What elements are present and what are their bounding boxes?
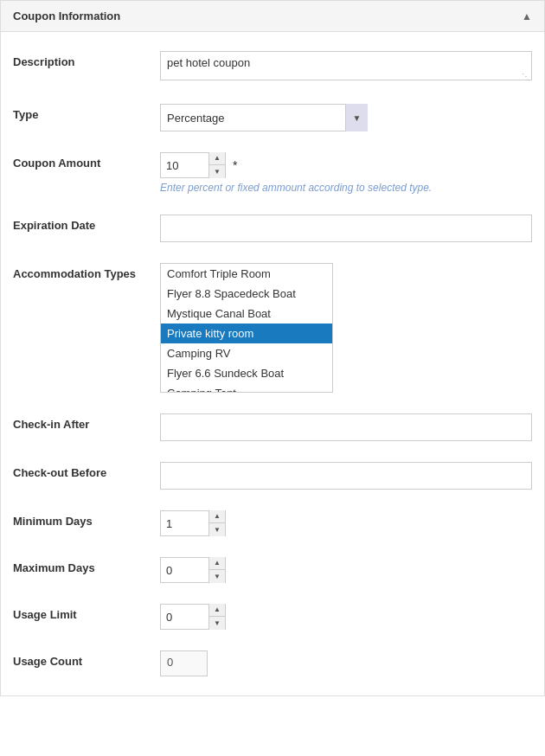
maximum-days-control: ▲ ▼ [160,557,532,583]
accommodation-types-control: Comfort Triple Room Flyer 8.8 Spacedeck … [160,263,532,393]
minimum-days-down-button[interactable]: ▼ [209,523,225,536]
checkin-after-input[interactable] [160,413,532,441]
description-control: pet hotel coupon ⋱ [160,51,532,83]
usage-limit-row: Usage Limit ▲ ▼ [1,593,544,640]
coupon-amount-label: Coupon Amount [13,152,160,170]
required-star: * [233,158,237,172]
coupon-amount-row: Coupon Amount ▲ ▼ * Enter percent or fix… [1,142,544,204]
description-row: Description pet hotel coupon ⋱ [1,41,544,93]
usage-limit-up-button[interactable]: ▲ [209,604,225,617]
maximum-days-spinner: ▲ ▼ [160,557,226,583]
panel-body: Description pet hotel coupon ⋱ Type Perc… [1,32,544,695]
coupon-amount-down-button[interactable]: ▼ [209,165,225,178]
panel-header: Coupon Information ▲ [1,1,544,32]
minimum-days-row: Minimum Days ▲ ▼ [1,500,544,547]
listbox-item[interactable]: Flyer 8.8 Spacedeck Boat [161,284,332,304]
checkout-before-label: Check-out Before [13,462,160,479]
maximum-days-input[interactable] [161,558,208,582]
maximum-days-up-button[interactable]: ▲ [209,557,225,570]
expiration-date-row: Expiration Date [1,204,544,253]
coupon-amount-control: ▲ ▼ * Enter percent or fixed ammount acc… [160,152,532,194]
maximum-days-row: Maximum Days ▲ ▼ [1,547,544,593]
listbox-item[interactable]: Camping Tent [161,383,332,393]
type-row: Type Percentage Fixed [1,93,544,142]
description-input[interactable]: pet hotel coupon [160,51,532,80]
coupon-amount-buttons: ▲ ▼ [208,152,225,178]
coupon-amount-input[interactable] [161,153,208,177]
checkin-after-label: Check-in After [13,413,160,431]
usage-count-row: Usage Count 0 [1,640,544,687]
expiration-date-input[interactable] [160,215,532,242]
usage-limit-label: Usage Limit [13,604,160,621]
accommodation-types-listbox[interactable]: Comfort Triple Room Flyer 8.8 Spacedeck … [160,263,333,393]
maximum-days-label: Maximum Days [13,557,160,574]
coupon-information-panel: Coupon Information ▲ Description pet hot… [0,0,545,696]
minimum-days-up-button[interactable]: ▲ [209,510,225,523]
minimum-days-buttons: ▲ ▼ [208,510,225,536]
resize-handle-icon: ⋱ [522,73,530,81]
listbox-item[interactable]: Comfort Triple Room [161,264,332,284]
listbox-item[interactable]: Flyer 6.6 Sundeck Boat [161,363,332,383]
checkin-after-row: Check-in After [1,403,544,452]
expiration-date-label: Expiration Date [13,215,160,232]
usage-count-value: 0 [160,650,208,676]
minimum-days-label: Minimum Days [13,510,160,528]
minimum-days-spinner: ▲ ▼ [160,510,226,536]
usage-limit-input[interactable] [161,605,208,629]
usage-count-label: Usage Count [13,650,160,668]
usage-limit-control: ▲ ▼ [160,604,532,630]
checkout-before-row: Check-out Before [1,452,544,500]
listbox-item[interactable]: Mystique Canal Boat [161,304,332,324]
type-label: Type [13,104,160,121]
usage-limit-down-button[interactable]: ▼ [209,617,225,630]
checkin-after-control [160,413,532,441]
panel-title: Coupon Information [13,10,120,22]
checkout-before-input[interactable] [160,462,532,490]
description-label: Description [13,51,160,68]
usage-count-control: 0 [160,650,532,676]
coupon-amount-spinner: ▲ ▼ [160,152,226,178]
minimum-days-control: ▲ ▼ [160,510,532,536]
accommodation-types-row: Accommodation Types Comfort Triple Room … [1,253,544,403]
usage-limit-spinner: ▲ ▼ [160,604,226,630]
listbox-item[interactable]: Camping RV [161,343,332,363]
maximum-days-down-button[interactable]: ▼ [209,570,225,583]
collapse-icon[interactable]: ▲ [522,10,532,22]
accommodation-types-label: Accommodation Types [13,263,160,280]
description-wrapper: pet hotel coupon ⋱ [160,51,532,83]
usage-limit-buttons: ▲ ▼ [208,604,225,630]
listbox-item-selected[interactable]: Private kitty room [161,324,332,343]
coupon-amount-hint: Enter percent or fixed ammount according… [160,182,532,194]
maximum-days-buttons: ▲ ▼ [208,557,225,583]
coupon-amount-up-button[interactable]: ▲ [209,152,225,165]
coupon-amount-spinner-wrapper: ▲ ▼ * [160,152,532,178]
expiration-date-control [160,215,532,242]
minimum-days-input[interactable] [161,511,208,535]
type-control: Percentage Fixed [160,104,532,131]
checkout-before-control [160,462,532,490]
type-select[interactable]: Percentage Fixed [160,104,368,131]
type-select-wrapper: Percentage Fixed [160,104,368,131]
